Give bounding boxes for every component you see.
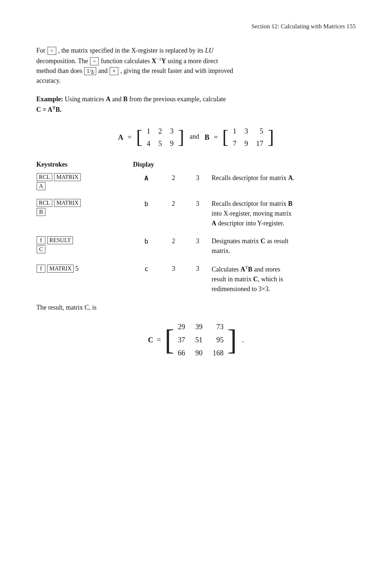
a23: 9 [170,138,173,149]
disp2-2: 2 [163,197,188,230]
sqrt-key[interactable]: 1/x [84,67,96,75]
desc-2: Recalls descriptor for matrix Binto X-re… [212,197,356,230]
sup-t: T [52,105,56,110]
matrix-b-eq: B = [ 1 3 5 7 9 17 ] [205,126,274,149]
div-key-2[interactable]: ÷ [90,57,99,65]
disp3-2: 3 [187,197,212,230]
c-key-3[interactable]: C [37,245,45,253]
matrix-key-1[interactable]: MATRIX [54,173,81,181]
table-row: RCL MATRIX A A 2 3 Recalls descriptor fo… [36,172,356,192]
example-text: Using matrices A and B from the previous… [65,95,226,103]
f-key-4[interactable]: f [37,265,45,273]
b11: 1 [233,126,237,136]
c12: 39 [195,321,203,332]
a-key-1[interactable]: A [37,182,45,190]
rcl-key-1[interactable]: RCL [37,173,52,181]
para1-part4: function calculates X−1Y using a more di… [101,57,218,65]
bracket-right-b: ] [268,128,274,147]
c11: 29 [178,321,185,332]
matrices-display: A = [ 1 2 3 4 5 9 ] and B = [ 1 3 5 7 9 … [36,126,356,149]
result-matrix-display: C = [ 29 39 73 37 51 95 66 90 168 ] . [36,321,356,358]
keys-cell-3: f RESULT C [36,235,133,257]
bracket-right-a: ] [178,128,184,147]
desc-1: Recalls descriptor for matrix A. [212,172,356,192]
equals-b: = [214,132,218,143]
result-text: The result, matrix C, is [36,303,356,313]
matrix-a-eq: A = [ 1 2 3 4 5 9 ] [118,126,184,149]
b13: 5 [256,126,264,136]
example-paragraph: Example: Using matrices A and B from the… [36,94,356,115]
disp2-4: 3 [163,262,188,295]
and-matrices: and [190,133,199,140]
disp1-3: b [133,235,163,257]
para1-part1: For [36,47,45,54]
para1-part5: method than does [36,67,84,74]
table-row: RCL MATRIX B b 2 3 Recalls descriptor fo… [36,197,356,230]
c13: 73 [213,321,224,332]
table-row: f RESULT C b 2 3 Designates matrix C as … [36,235,356,257]
bold-y: Y [161,57,166,65]
disp1-2: b [133,197,163,230]
para1-accuracy: accuracy. [36,77,61,84]
div-key-1[interactable]: ÷ [48,47,56,55]
bold-x: X [152,57,156,65]
matrix-key-4[interactable]: MATRIX [47,265,74,273]
disp1-1: A [133,172,163,192]
b-key-2[interactable]: B [37,208,45,216]
keys-cell-1: RCL MATRIX A [36,172,133,192]
c21: 37 [178,334,185,345]
b23: 17 [256,138,264,149]
disp1-4: c [133,262,163,295]
bracket-left-b: [ [222,128,228,147]
table-row: f MATRIX 5 c 3 3 Calculates ATB and stor… [36,262,356,295]
c31: 66 [178,347,185,358]
b12: 3 [245,126,248,136]
disp2-1: 2 [163,172,188,192]
five-label-4: 5 [75,264,78,274]
key-row-2a: RCL MATRIX [36,199,129,207]
result-matrix-grid: 29 39 73 37 51 95 66 90 168 [178,321,224,358]
bracket-left-a: [ [136,128,142,147]
x-key[interactable]: × [110,67,118,75]
c22: 51 [195,334,203,345]
f-key-3[interactable]: f [37,236,45,244]
disp3-3: 3 [187,235,212,257]
disp3-1: 3 [187,172,212,192]
result-section: The result, matrix C, is C = [ 29 39 73 … [36,303,356,358]
paragraph-1: For ÷ , the matrix specified in the X-re… [36,46,356,86]
equals-a: = [128,132,132,143]
result-bracket-right: ] [227,325,237,354]
para1-part3: decomposition. The [36,57,90,65]
disp3-4: 3 [187,262,212,295]
b22: 9 [245,138,248,149]
key-row-4a: f MATRIX 5 [36,264,129,274]
a21: 4 [147,138,150,149]
disp2-3: 2 [163,235,188,257]
a12: 2 [158,126,162,136]
b21: 7 [233,138,237,149]
result-key-3[interactable]: RESULT [47,236,73,244]
keys-cell-2: RCL MATRIX B [36,197,133,230]
example-eq: C = ATB. [36,106,61,113]
matrix-key-2[interactable]: MATRIX [54,199,81,207]
matrix-b-label: B [205,132,209,143]
rcl-key-2[interactable]: RCL [37,199,52,207]
result-matrix-label: C [148,334,153,345]
key-row-1b: A [36,181,129,191]
desc-3: Designates matrix C as resultmatrix. [212,235,356,257]
period: . [242,334,244,346]
c32: 90 [195,347,203,358]
key-row-2b: B [36,207,129,217]
key-row-1a: RCL MATRIX [36,173,129,181]
key-row-3b: C [36,244,129,254]
sup-neg1: −1 [156,56,162,62]
example-label: Example: [36,95,63,103]
para1-part7: , giving the result faster and with impr… [120,67,233,74]
key-row-3a: f RESULT [36,236,129,244]
keystrokes-table: Keystrokes Display RCL MATRIX A A 2 3 Re… [36,160,356,295]
matrix-b-grid: 1 3 5 7 9 17 [233,126,264,149]
c33: 168 [213,347,224,358]
a22: 5 [158,138,162,149]
col-keystrokes: Keystrokes [36,160,133,172]
matrix-a-label: A [118,132,123,143]
